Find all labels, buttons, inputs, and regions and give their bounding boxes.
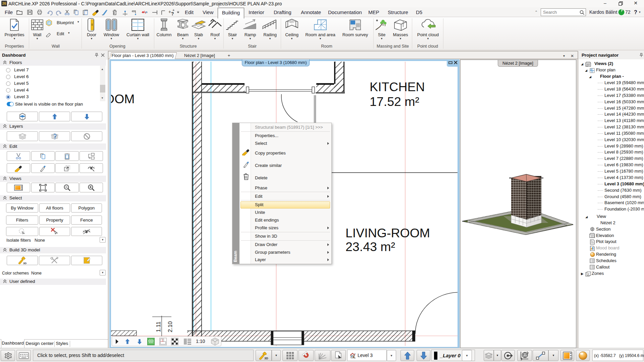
- svg-text:2: 2: [354, 353, 356, 355]
- svg-text:3D: 3D: [264, 357, 268, 360]
- svg-text:3D: 3D: [23, 262, 26, 264]
- svg-text:2: 2: [588, 273, 590, 276]
- svg-text:1: 1: [354, 357, 356, 359]
- svg-text:+: +: [172, 9, 174, 12]
- svg-text:+: +: [168, 9, 171, 14]
